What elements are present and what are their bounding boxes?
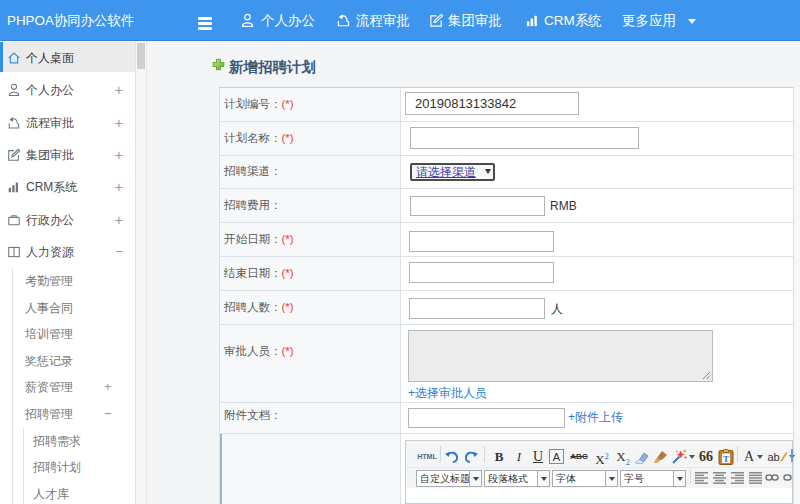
svg-text:T: T [723, 454, 729, 464]
